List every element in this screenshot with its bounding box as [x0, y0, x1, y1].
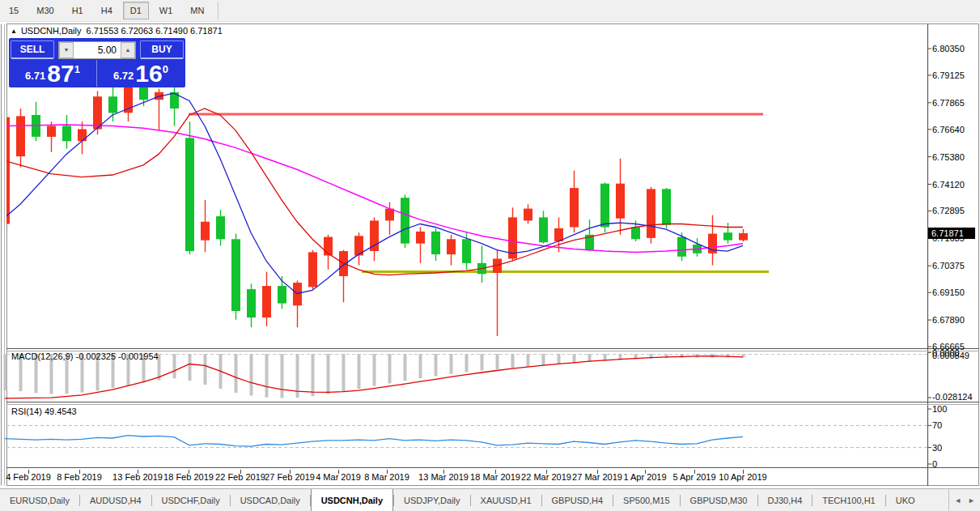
tab-usdcnh-daily[interactable]: USDCNH,Daily — [311, 488, 393, 511]
price-axis-label: 6.67890 — [932, 315, 965, 325]
tab-usdchf-daily[interactable]: USDCHF,Daily — [152, 489, 230, 511]
tab-dj30-h4[interactable]: DJ30,H4 — [758, 489, 812, 511]
candle-body — [308, 252, 317, 287]
rsi-label: RSI(14) 49.4543 — [11, 407, 77, 416]
buy-button[interactable]: BUY — [140, 40, 184, 59]
price-axis-label: 6.72895 — [932, 206, 965, 215]
tab-usdjpy-daily[interactable]: USDJPY,Daily — [394, 489, 470, 511]
candle-body — [231, 239, 240, 311]
tab-scroll-left-icon[interactable]: ◄ — [954, 496, 961, 505]
tab-tech100-h1[interactable]: TECH100,H1 — [812, 489, 885, 511]
candle-body — [739, 233, 748, 241]
candle-body — [247, 289, 256, 317]
trade-panel-price-row: 6.71871 6.72160 — [9, 60, 185, 87]
candle-body — [216, 216, 225, 239]
price-axis-label: 6.74120 — [932, 180, 965, 189]
candle-body — [524, 209, 532, 221]
volume-up-icon[interactable]: ▲ — [121, 42, 135, 58]
tab-gbpusd-m30[interactable]: GBPUSD,M30 — [681, 489, 757, 511]
chart-title: ▲USDCNH,Daily 6.71553 6.72063 6.71490 6.… — [11, 26, 223, 36]
tab-gbpusd-h4[interactable]: GBPUSD,H4 — [542, 489, 613, 511]
candle-body — [278, 286, 286, 304]
candle-body — [78, 130, 87, 142]
volume-down-icon[interactable]: ▼ — [59, 42, 74, 58]
trade-panel: SELL ▼ 5.00 ▲ BUY 6.71871 6.72160 — [9, 38, 185, 87]
tab-xauusd-h1[interactable]: XAUUSD,H1 — [471, 489, 541, 511]
candle-body — [677, 237, 686, 257]
sell-price[interactable]: 6.71871 — [9, 60, 97, 87]
candle-body — [647, 189, 655, 238]
candle-body — [631, 228, 640, 240]
sell-button[interactable]: SELL — [11, 40, 54, 59]
sell-price-small: 6.71 — [25, 70, 45, 85]
sell-price-sup: 1 — [74, 63, 80, 75]
buy-price-sup: 0 — [163, 63, 168, 75]
volume-value[interactable]: 5.00 — [74, 45, 121, 56]
candle-body — [416, 232, 425, 244]
rsi-axis-label: 100 — [932, 404, 947, 414]
date-axis-label: 10 Apr 2019 — [711, 472, 775, 482]
candle-body — [108, 96, 117, 113]
price-axis-label: 6.70375 — [932, 261, 965, 270]
candle-body — [600, 184, 609, 228]
candle-body — [616, 184, 625, 219]
tab-eurusd-daily[interactable]: EURUSD,Daily — [0, 489, 79, 511]
trade-panel-top-row: SELL ▼ 5.00 ▲ BUY — [9, 38, 185, 60]
chart-title-symbol: USDCNH,Daily — [21, 26, 82, 36]
candle-body — [370, 220, 379, 251]
candle-body — [262, 286, 271, 317]
candle-body — [662, 189, 671, 224]
tab-usdcad-daily[interactable]: USDCAD,Daily — [231, 489, 310, 511]
candle-body — [93, 96, 102, 129]
macd-axis-label: 0.000849 — [932, 351, 969, 360]
price-axis-label: 6.76640 — [932, 125, 965, 134]
date-axis-label: 8 Feb 2019 — [47, 472, 112, 482]
price-axis-label: 6.79125 — [932, 70, 965, 80]
tab-uko[interactable]: UKO — [886, 489, 925, 511]
candle-body — [431, 232, 440, 254]
candle-body — [62, 126, 71, 142]
candle-body — [185, 138, 194, 251]
candle-body — [401, 198, 409, 244]
candle-body — [723, 232, 732, 240]
candle-body — [293, 283, 302, 305]
macd-label: MACD(12,26,9) -0.002325 -0.001954 — [11, 351, 159, 361]
candle-body — [1, 117, 10, 224]
buy-price[interactable]: 6.72160 — [97, 60, 185, 87]
buy-price-small: 6.72 — [113, 70, 134, 85]
candle-body — [462, 239, 471, 263]
triangle-icon: ▲ — [11, 28, 17, 35]
price-axis-label: 6.69150 — [932, 287, 965, 297]
rsi-axis-label: 30 — [932, 443, 942, 453]
sell-price-big: 87 — [47, 62, 74, 85]
rsi-axis-label: 70 — [932, 420, 942, 430]
candle-body — [47, 126, 56, 137]
rsi-axis-label: 0 — [932, 459, 937, 469]
price-axis-label: 6.75380 — [932, 152, 965, 162]
candle-body — [570, 188, 579, 227]
candle-body — [16, 116, 25, 156]
tab-audusd-h4[interactable]: AUDUSD,H4 — [80, 489, 151, 511]
tab-scroll-arrows: ◄ ► — [948, 489, 980, 511]
price-axis-label: 6.80350 — [932, 44, 965, 53]
current-price-label: 6.71871 — [931, 228, 964, 238]
date-axis-label: 8 Mar 2019 — [354, 472, 419, 482]
tab-sp500-m15[interactable]: SP500,M15 — [613, 489, 679, 511]
chart-tabbar: EURUSD,DailyAUDUSD,H4USDCHF,DailyUSDCAD,… — [0, 488, 980, 511]
candle-body — [539, 217, 548, 242]
tab-scroll-right-icon[interactable]: ► — [968, 496, 975, 505]
chart-title-ohlc: 6.71553 6.72063 6.71490 6.71871 — [87, 26, 223, 36]
price-axis-label: 6.77865 — [932, 98, 965, 108]
macd-axis-label: -0.028124 — [932, 392, 973, 402]
candle-body — [447, 239, 456, 254]
buy-price-big: 16 — [135, 62, 162, 85]
volume-stepper[interactable]: ▼ 5.00 ▲ — [58, 41, 136, 59]
candle-body — [324, 237, 333, 256]
candle-body — [201, 222, 210, 241]
